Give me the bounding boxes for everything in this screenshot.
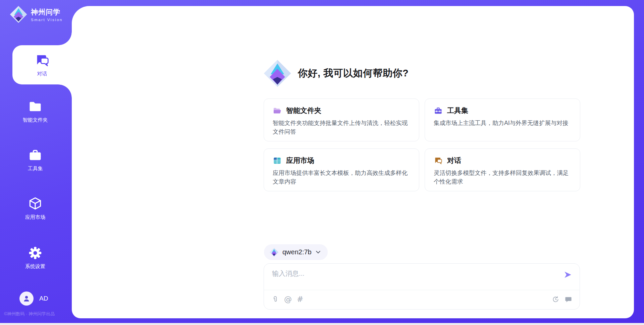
message-composer: @ # [264, 263, 580, 310]
toolbox-icon [28, 148, 43, 162]
sidebar-item-app-market[interactable]: 应用市场 [7, 196, 64, 220]
hash-icon: # [297, 296, 303, 303]
chat-icon [434, 156, 443, 165]
new-chat-button[interactable] [565, 296, 572, 303]
send-button[interactable] [564, 270, 572, 279]
history-icon [552, 296, 559, 303]
brand-name: 神州问学 [31, 7, 63, 17]
card-description: 应用市场提供丰富长文本模板，助力高效生成多样化文章内容 [273, 169, 410, 186]
user-account[interactable]: AD [19, 291, 48, 306]
sidebar-item-label: 应用市场 [25, 214, 45, 220]
diamond-logo-icon [269, 248, 279, 257]
toolbox-icon [434, 106, 443, 115]
chat-icon [35, 53, 50, 68]
mention-button[interactable]: @ [284, 296, 292, 303]
composer-toolbar: @ # [264, 289, 580, 309]
card-smart-folder[interactable]: 智能文件夹 智能文件夹功能支持批量文件上传与清洗，轻松实现文件问答 [264, 99, 419, 141]
sidebar-item-toolset[interactable]: 工具集 [7, 148, 64, 172]
at-icon: @ [284, 296, 292, 303]
feature-cards: 智能文件夹 智能文件夹功能支持批量文件上传与清洗，轻松实现文件问答 工具集 集成… [264, 99, 580, 191]
folder-open-icon [273, 106, 282, 115]
history-button[interactable] [552, 296, 559, 303]
copyright-text: ©神州数码 · 神州问学出品 [4, 311, 55, 317]
card-title: 对话 [447, 156, 461, 165]
card-title: 工具集 [447, 106, 468, 115]
model-selector[interactable]: qwen2:7b [264, 244, 328, 260]
diamond-logo-icon [263, 59, 292, 88]
user-name: AD [39, 295, 48, 302]
message-input[interactable] [272, 269, 557, 288]
topic-button[interactable]: # [297, 296, 303, 303]
card-description: 智能文件夹功能支持批量文件上传与清洗，轻松实现文件问答 [273, 119, 410, 136]
card-title: 应用市场 [286, 156, 314, 165]
card-chat[interactable]: 对话 灵活切换多模型文件，支持多样回复效果调试，满足个性化需求 [425, 148, 580, 191]
grid-icon [273, 156, 282, 165]
model-name: qwen2:7b [282, 248, 312, 256]
card-description: 集成市场上主流工具，助力AI与外界无缝扩展与对接 [434, 119, 571, 127]
sidebar-item-label: 智能文件夹 [23, 117, 48, 123]
sidebar-item-settings[interactable]: 系统设置 [7, 246, 64, 270]
sidebar-item-label: 对话 [37, 71, 47, 77]
brand-subtitle: Smart Vision [31, 18, 63, 22]
folder-icon [28, 99, 43, 114]
avatar [19, 291, 34, 306]
sidebar-item-label: 系统设置 [25, 263, 45, 270]
sidebar-item-chat[interactable]: 对话 [12, 45, 72, 84]
gear-icon [28, 246, 43, 260]
attach-file-button[interactable] [271, 296, 279, 303]
brand-logo-block: 神州问学 Smart Vision [9, 5, 63, 23]
cube-icon [28, 196, 43, 211]
diamond-logo-icon [9, 5, 28, 23]
card-title: 智能文件夹 [286, 106, 321, 115]
paperclip-icon [271, 296, 279, 303]
card-description: 灵活切换多模型文件，支持多样回复效果调试，满足个性化需求 [434, 169, 571, 186]
chat-bubble-icon [565, 296, 572, 303]
chevron-down-icon [315, 249, 321, 255]
greeting-title: 你好, 我可以如何帮助你? [298, 67, 409, 80]
card-app-market[interactable]: 应用市场 应用市场提供丰富长文本模板，助力高效生成多样化文章内容 [264, 148, 419, 191]
person-icon [22, 294, 31, 303]
card-toolset[interactable]: 工具集 集成市场上主流工具，助力AI与外界无缝扩展与对接 [425, 99, 580, 141]
main-panel: 你好, 我可以如何帮助你? 智能文件夹 智能文件夹功能支持批量文件上传与清洗，轻… [72, 6, 634, 318]
send-icon [564, 270, 572, 279]
sidebar-item-label: 工具集 [28, 166, 43, 172]
horizontal-scrollbar[interactable] [0, 323, 644, 325]
greeting-block: 你好, 我可以如何帮助你? [263, 59, 409, 88]
sidebar-item-smart-folder[interactable]: 智能文件夹 [7, 99, 64, 123]
